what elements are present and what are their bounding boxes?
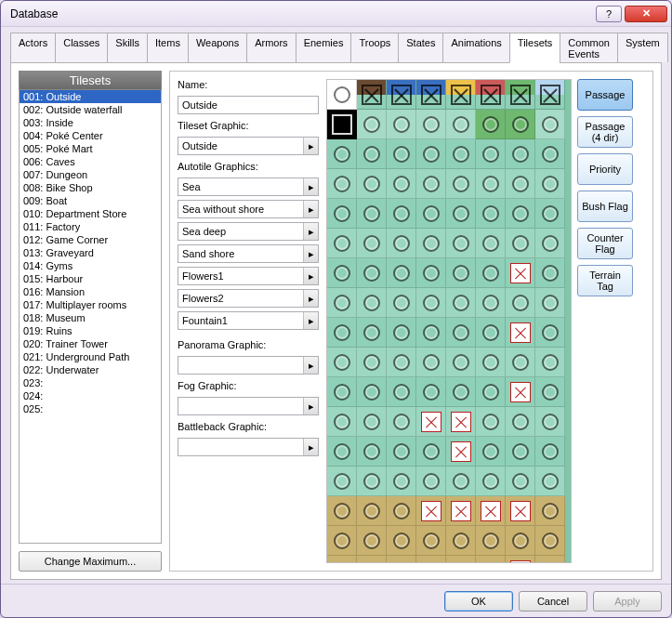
autotile-picker-3[interactable]: Sand shore▸ xyxy=(178,244,319,263)
tab-states[interactable]: States xyxy=(398,33,442,62)
tile-cell[interactable] xyxy=(535,496,565,526)
picker-button-icon[interactable]: ▸ xyxy=(303,398,318,414)
tile-cell[interactable] xyxy=(476,169,506,199)
tile-cell[interactable] xyxy=(535,348,565,377)
tile-cell[interactable] xyxy=(416,199,446,229)
tile-cell[interactable] xyxy=(506,80,535,110)
tile-cell[interactable] xyxy=(535,318,565,348)
list-item[interactable]: 012: Game Corner xyxy=(20,233,161,246)
tile-cell[interactable] xyxy=(535,80,565,110)
list-item[interactable]: 021: Underground Path xyxy=(20,350,161,363)
help-button[interactable]: ? xyxy=(596,6,622,22)
tile-cell[interactable] xyxy=(327,199,357,229)
tile-cell[interactable] xyxy=(535,556,565,563)
tile-cell[interactable] xyxy=(476,258,506,288)
tile-cell[interactable] xyxy=(327,80,357,110)
tile-cell[interactable] xyxy=(416,348,446,377)
tile-cell[interactable] xyxy=(357,229,387,258)
tile-cell[interactable] xyxy=(506,169,535,199)
picker-button-icon[interactable]: ▸ xyxy=(303,201,318,217)
tile-cell[interactable] xyxy=(357,437,387,467)
tile-cell[interactable] xyxy=(387,199,416,229)
battleback-picker[interactable]: ▸ xyxy=(178,438,319,456)
tile-cell[interactable] xyxy=(416,437,446,467)
tile-cell[interactable] xyxy=(327,139,357,169)
autotile-picker-1[interactable]: Sea without shore▸ xyxy=(178,200,319,218)
tile-cell[interactable] xyxy=(506,288,535,318)
tile-cell[interactable] xyxy=(446,377,476,407)
picker-button-icon[interactable]: ▸ xyxy=(303,268,318,284)
list-item[interactable]: 011: Factory xyxy=(20,220,161,233)
tile-cell[interactable] xyxy=(327,407,357,437)
mode-bush-flag-button[interactable]: Bush Flag xyxy=(577,191,633,222)
tile-cell[interactable] xyxy=(357,526,387,556)
tile-cell[interactable] xyxy=(506,556,535,563)
tile-cell[interactable] xyxy=(327,229,357,258)
picker-button-icon[interactable]: ▸ xyxy=(303,357,318,374)
tile-cell[interactable] xyxy=(416,139,446,169)
tile-cell[interactable] xyxy=(476,377,506,407)
tile-cell[interactable] xyxy=(416,467,446,496)
autotile-picker-2[interactable]: Sea deep▸ xyxy=(178,222,319,241)
autotile-picker-6[interactable]: Fountain1▸ xyxy=(178,311,319,330)
tile-cell[interactable] xyxy=(446,467,476,496)
tile-cell[interactable] xyxy=(327,467,357,496)
tile-cell[interactable] xyxy=(506,496,535,526)
tile-cell[interactable] xyxy=(327,496,357,526)
tile-cell[interactable] xyxy=(476,229,506,258)
tile-cell[interactable] xyxy=(387,169,416,199)
picker-button-icon[interactable]: ▸ xyxy=(303,138,318,154)
tile-cell[interactable] xyxy=(506,348,535,377)
list-item[interactable]: 010: Department Store xyxy=(20,207,161,220)
tile-grid[interactable] xyxy=(326,79,572,563)
tile-cell[interactable] xyxy=(357,110,387,139)
tile-cell[interactable] xyxy=(327,437,357,467)
name-input[interactable]: Outside xyxy=(178,96,319,114)
list-item[interactable]: 002: Outside waterfall xyxy=(20,103,161,116)
tile-cell[interactable] xyxy=(446,437,476,467)
tile-cell[interactable] xyxy=(327,348,357,377)
tile-cell[interactable] xyxy=(535,139,565,169)
tile-cell[interactable] xyxy=(387,437,416,467)
tile-cell[interactable] xyxy=(446,318,476,348)
tile-cell[interactable] xyxy=(476,348,506,377)
tile-cell[interactable] xyxy=(476,318,506,348)
picker-button-icon[interactable]: ▸ xyxy=(303,439,318,455)
tile-cell[interactable] xyxy=(535,467,565,496)
mode-priority-button[interactable]: Priority xyxy=(577,153,633,185)
titlebar[interactable]: Database ? ✕ xyxy=(1,1,671,27)
autotile-picker-4[interactable]: Flowers1▸ xyxy=(178,267,319,285)
tile-cell[interactable] xyxy=(535,169,565,199)
tile-cell[interactable] xyxy=(327,377,357,407)
close-button[interactable]: ✕ xyxy=(625,6,667,22)
tab-classes[interactable]: Classes xyxy=(55,33,107,62)
tile-cell[interactable] xyxy=(357,139,387,169)
tab-skills[interactable]: Skills xyxy=(107,33,147,62)
tile-cell[interactable] xyxy=(535,437,565,467)
tile-cell[interactable] xyxy=(476,496,506,526)
tile-cell[interactable] xyxy=(476,526,506,556)
tile-cell[interactable] xyxy=(387,288,416,318)
tile-cell[interactable] xyxy=(416,288,446,318)
tile-cell[interactable] xyxy=(506,229,535,258)
cancel-button[interactable]: Cancel xyxy=(519,591,587,611)
tile-cell[interactable] xyxy=(476,556,506,563)
tile-cell[interactable] xyxy=(357,258,387,288)
tile-cell[interactable] xyxy=(476,467,506,496)
tab-enemies[interactable]: Enemies xyxy=(296,33,351,62)
tile-cell[interactable] xyxy=(416,407,446,437)
list-item[interactable]: 014: Gyms xyxy=(20,259,161,272)
tile-cell[interactable] xyxy=(357,407,387,437)
tile-cell[interactable] xyxy=(506,437,535,467)
list-item[interactable]: 015: Harbour xyxy=(20,272,161,285)
tile-cell[interactable] xyxy=(446,199,476,229)
tile-cell[interactable] xyxy=(327,556,357,563)
list-item[interactable]: 008: Bike Shop xyxy=(20,181,161,194)
tile-cell[interactable] xyxy=(387,407,416,437)
tile-cell[interactable] xyxy=(535,407,565,437)
list-item[interactable]: 018: Museum xyxy=(20,311,161,324)
tile-cell[interactable] xyxy=(416,496,446,526)
tile-cell[interactable] xyxy=(416,258,446,288)
list-item[interactable]: 013: Graveyard xyxy=(20,246,161,259)
tile-cell[interactable] xyxy=(416,80,446,110)
